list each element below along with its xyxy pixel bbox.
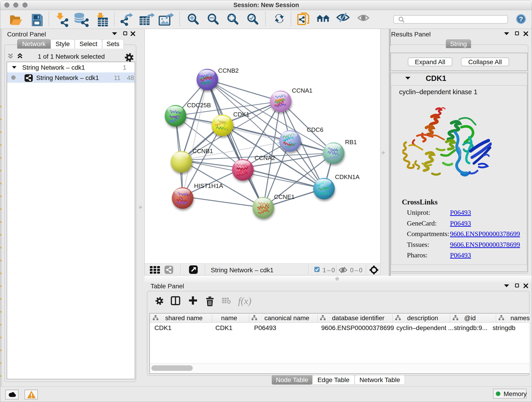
svg-text:RB1: RB1 xyxy=(345,139,357,146)
svg-text:CCNA2: CCNA2 xyxy=(254,154,275,161)
svg-text:?: ? xyxy=(519,15,523,23)
svg-text:CDC6: CDC6 xyxy=(307,126,323,133)
svg-text:f(x): f(x) xyxy=(238,296,251,306)
svg-text:CCNE1: CCNE1 xyxy=(274,193,295,200)
svg-text:CDKN1A: CDKN1A xyxy=(335,173,360,180)
svg-text:CDC25B: CDC25B xyxy=(187,102,211,109)
svg-text:HIST1H1A: HIST1H1A xyxy=(194,182,223,189)
svg-text:CCNB1: CCNB1 xyxy=(192,148,213,154)
svg-text:CCNB2: CCNB2 xyxy=(218,67,239,74)
svg-text:CCNA1: CCNA1 xyxy=(292,87,312,94)
svg-text:CDK1: CDK1 xyxy=(233,111,249,118)
